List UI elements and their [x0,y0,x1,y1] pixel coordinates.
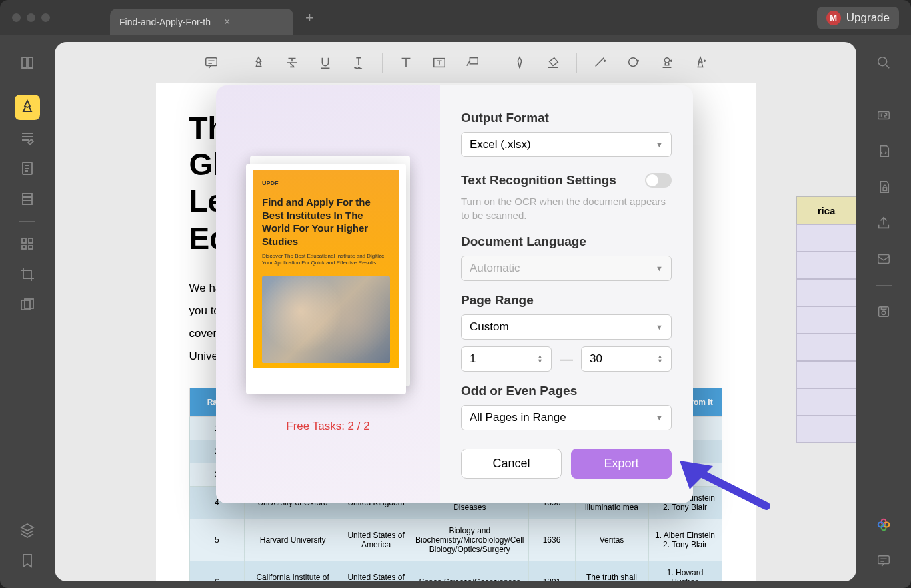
pages-icon[interactable] [15,156,40,181]
user-avatar: M [826,11,841,25]
output-format-select[interactable]: Excel (.xlsx) ▼ [461,132,672,157]
upgrade-button[interactable]: M Upgrade [817,7,899,29]
convert-icon[interactable] [871,139,896,164]
svg-point-15 [704,60,705,61]
svg-rect-3 [22,246,26,249]
reader-mode-icon[interactable] [15,50,40,75]
odd-even-label: Odd or Even Pages [461,384,672,398]
redact-icon[interactable] [15,292,40,318]
marker-icon[interactable] [245,49,273,77]
thumb-subtitle: Discover The Best Educational Institute … [262,253,390,267]
page-range-select[interactable]: Custom ▼ [461,314,672,340]
highlighter-icon[interactable] [15,95,40,120]
search-icon[interactable] [871,50,896,75]
bookmark-icon[interactable] [15,548,40,573]
feedback-icon[interactable] [871,548,896,573]
chevron-down-icon: ▼ [656,264,663,272]
tab-title: Find-and-Apply-For-th [119,17,211,27]
chevron-down-icon: ▼ [656,141,663,148]
edit-text-icon[interactable] [15,125,40,150]
page-to-input[interactable]: 30 ▲▼ [581,346,672,372]
document-tab[interactable]: Find-and-Apply-For-th × [110,9,293,35]
document-thumbnail: UPDF Find and Apply For the Best Institu… [246,164,406,394]
save-icon[interactable] [871,299,896,324]
strikethrough-icon[interactable] [278,49,306,77]
layers-icon[interactable] [15,517,40,543]
svg-point-10 [604,60,605,61]
squiggly-icon[interactable] [345,49,373,77]
stepper-down-icon[interactable]: ▼ [537,359,543,364]
svg-rect-23 [878,556,890,564]
svg-point-13 [664,57,669,62]
svg-rect-2 [29,238,33,243]
svg-rect-4 [29,246,33,249]
table-row: 5Harvard UniversityUnited States of Amer… [189,519,722,561]
annotation-toolbar [55,42,856,83]
right-sidebar [856,35,911,588]
minimize-window-icon[interactable] [27,13,35,22]
export-button[interactable]: Export [571,449,672,479]
titlebar: Find-and-Apply-For-th × + M Upgrade [0,0,911,35]
organize-icon[interactable] [15,231,40,256]
line-tool-icon[interactable] [586,49,614,77]
stamp-tool-icon[interactable] [653,49,681,77]
comment-icon[interactable] [197,49,225,77]
range-separator: — [560,352,573,367]
stepper-down-icon[interactable]: ▼ [657,359,663,364]
table-row: 6California Institute of Technology (Cal… [189,561,722,581]
new-tab-button[interactable]: + [305,9,314,27]
textbox-icon[interactable] [425,49,453,77]
export-settings-panel: Output Format Excel (.xlsx) ▼ Text Recog… [440,85,693,503]
export-dialog: UPDF Find and Apply For the Best Institu… [216,85,693,503]
odd-even-select[interactable]: All Pages in Range ▼ [461,405,672,430]
close-window-icon[interactable] [12,13,21,22]
document-language-select: Automatic ▼ [461,256,672,281]
thumb-image [262,276,390,363]
text-recognition-label: Text Recognition Settings [461,173,616,188]
svg-rect-22 [881,307,886,310]
chevron-down-icon: ▼ [656,323,663,331]
close-tab-icon[interactable]: × [224,16,230,28]
background-table-fragment: rica [796,196,856,443]
underline-icon[interactable] [311,49,339,77]
email-icon[interactable] [871,246,896,272]
svg-point-14 [670,60,672,61]
page-range-label: Page Range [461,293,672,308]
thumb-logo: UPDF [262,180,390,186]
shape-tool-icon[interactable] [620,49,648,77]
free-tasks-label: Free Tasks: 2 / 2 [286,420,369,433]
thumb-title: Find and Apply For the Best Institutes I… [262,196,390,248]
svg-point-21 [882,311,886,315]
ocr-icon[interactable] [871,103,896,128]
output-format-label: Output Format [461,111,672,125]
svg-rect-7 [205,57,217,65]
svg-rect-19 [878,255,890,264]
svg-point-11 [628,57,637,66]
crop-icon[interactable] [15,262,40,287]
left-sidebar [0,35,55,588]
ocr-toggle[interactable] [645,173,672,188]
document-language-label: Document Language [461,234,672,249]
protect-icon[interactable] [871,174,896,200]
signature-tool-icon[interactable] [686,49,714,77]
text-recognition-hint: Turn on the OCR when the document appear… [461,194,672,222]
text-icon[interactable] [392,49,420,77]
svg-rect-18 [883,188,887,191]
pencil-icon[interactable] [506,49,534,77]
eraser-icon[interactable] [539,49,567,77]
callout-icon[interactable] [458,49,486,77]
svg-rect-9 [470,57,478,63]
svg-rect-1 [22,238,26,243]
share-icon[interactable] [871,210,896,236]
form-icon[interactable] [15,186,40,212]
maximize-window-icon[interactable] [41,13,50,22]
chevron-down-icon: ▼ [656,414,663,422]
page-from-input[interactable]: 1 ▲▼ [461,346,552,372]
window-controls [12,13,50,22]
upgrade-label: Upgrade [846,11,890,25]
ai-assistant-icon[interactable] [871,512,896,537]
export-preview-panel: UPDF Find and Apply For the Best Institu… [216,85,440,503]
svg-point-12 [637,60,638,61]
cancel-button[interactable]: Cancel [461,449,562,479]
svg-point-16 [878,57,887,66]
